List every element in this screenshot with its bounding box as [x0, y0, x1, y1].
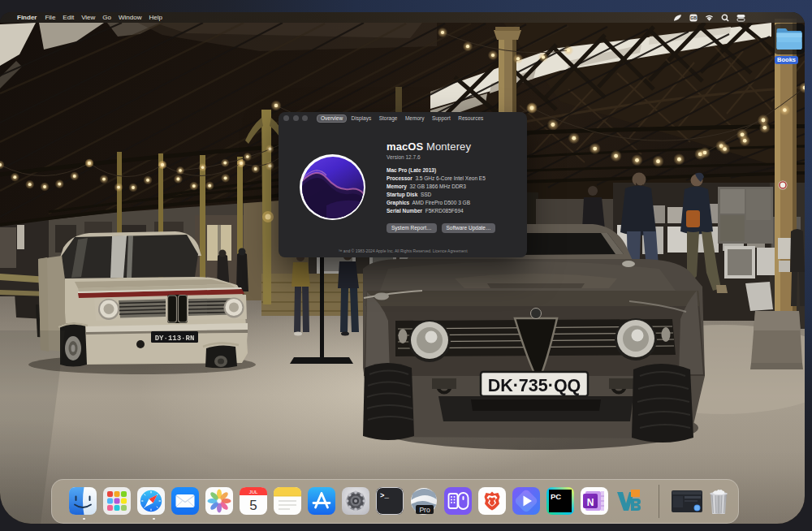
svg-text:GB: GB: [690, 15, 697, 20]
svg-text:N: N: [587, 497, 594, 508]
svg-text:5: 5: [249, 498, 257, 513]
svg-text:PC: PC: [551, 492, 561, 501]
svg-text:>_: >_: [380, 492, 389, 500]
svg-text:DK·735·QQ: DK·735·QQ: [488, 376, 581, 395]
svg-text:JUL: JUL: [249, 490, 258, 494]
svg-text:Pro: Pro: [419, 506, 430, 514]
svg-text:DY·113·RN: DY·113·RN: [155, 335, 195, 343]
